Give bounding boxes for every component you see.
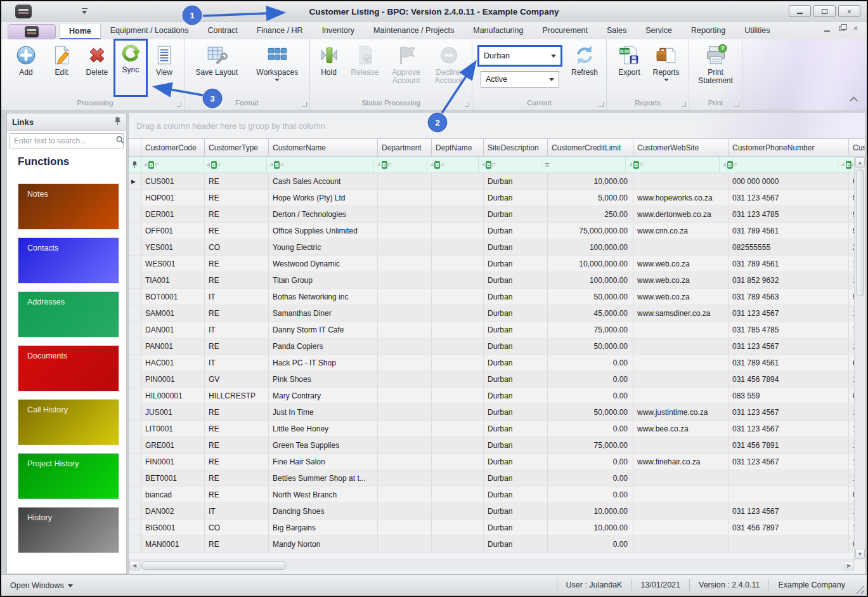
cell-site-description[interactable]: Durban (484, 223, 548, 239)
cell-department[interactable] (378, 239, 432, 256)
cell-customer-type[interactable]: RE (205, 256, 269, 272)
cell-department[interactable] (378, 338, 432, 355)
table-row[interactable]: SAM001 RE Samanthas Diner Durban 45,000.… (129, 305, 855, 322)
edit-button[interactable]: Edit (44, 41, 79, 95)
cell-website[interactable] (633, 503, 729, 520)
column-header[interactable]: Cust (849, 138, 865, 157)
close-button[interactable]: × (838, 5, 860, 17)
cell-department[interactable] (378, 487, 432, 503)
print-statement-button[interactable]: ? Print Statement (692, 41, 739, 95)
cell-customer-name[interactable]: Green Tea Supplies (269, 437, 378, 454)
cell-customer-type[interactable]: RE (205, 338, 269, 355)
cell-site-description[interactable]: Durban (484, 256, 548, 272)
vertical-scroll-thumb[interactable] (856, 169, 864, 296)
scroll-down-icon[interactable]: ▼ (855, 549, 865, 559)
cell-customer-name[interactable]: Danny Storm IT Cafe (269, 322, 378, 338)
cell-phone-number[interactable]: 031 123 4567 (729, 404, 849, 421)
cell-customer-name[interactable]: Panda Copiers (269, 338, 378, 355)
cell-customer-name[interactable]: Cash Sales Account (269, 173, 378, 190)
cell-credit-limit[interactable]: 10,000.00 (548, 173, 633, 190)
filter-cell[interactable] (541, 157, 626, 173)
application-menu-button[interactable] (8, 24, 56, 39)
cell-customer-type[interactable]: RE (205, 305, 269, 322)
cell-customer-type[interactable]: RE (205, 223, 269, 239)
cell-department[interactable] (378, 470, 432, 487)
cell-dept-name[interactable] (432, 305, 484, 322)
cell-department[interactable] (378, 190, 432, 206)
cell-customer-code[interactable]: HOP001 (141, 190, 205, 206)
cell-credit-limit[interactable]: 75,000,000.00 (548, 223, 633, 239)
cell-department[interactable] (378, 305, 432, 322)
cell-credit-limit[interactable]: 0.00 (548, 487, 633, 503)
cell-customer-code[interactable]: JUS001 (141, 404, 205, 421)
cell-phone-number[interactable]: 031 789 4561 (729, 355, 849, 371)
cell-dept-name[interactable] (432, 503, 484, 520)
cell-phone-number[interactable] (729, 487, 849, 503)
cell-customer-type[interactable]: RE (205, 470, 269, 487)
horizontal-scroll-thumb[interactable] (141, 561, 286, 570)
cell-website[interactable]: www.finehair.co.za (633, 454, 729, 470)
cell-website[interactable] (633, 536, 729, 553)
view-button[interactable]: View (147, 41, 181, 95)
ribbon-tab[interactable]: Procurement (533, 22, 597, 39)
cell-customer-type[interactable]: RE (205, 206, 269, 223)
cell-phone-number[interactable]: 031 456 7897 (729, 520, 849, 536)
cell-credit-limit[interactable]: 0.00 (548, 421, 633, 437)
filter-cell[interactable] (720, 157, 838, 173)
ribbon-tab[interactable]: Inventory (313, 22, 364, 39)
cell-dept-name[interactable] (432, 289, 484, 305)
maximize-button[interactable] (813, 5, 836, 17)
cell-website[interactable]: www.web.co.za (633, 289, 729, 305)
cell-phone-number[interactable] (729, 536, 849, 553)
cell-department[interactable] (378, 503, 432, 520)
table-row[interactable]: WES001 RE Westwood Dynamic Durban 10,000… (129, 256, 855, 272)
cell-customer-code[interactable]: DAN002 (141, 503, 205, 520)
cell-customer-code[interactable]: LIT0001 (141, 421, 205, 437)
column-header[interactable]: DeptName (432, 138, 484, 157)
ribbon-tab[interactable]: Reporting (682, 22, 735, 39)
column-header[interactable]: CustomerCreditLimit (548, 138, 633, 157)
group-by-panel[interactable]: Drag a column header here to group by th… (129, 113, 865, 138)
cell-dept-name[interactable] (432, 322, 484, 338)
cell-dept-name[interactable] (432, 272, 484, 289)
cell-department[interactable] (378, 371, 432, 388)
sidebar-search-input[interactable] (10, 136, 116, 145)
table-row[interactable]: DER001 RE Derton / Technologies Durban 2… (129, 206, 855, 223)
cell-dept-name[interactable] (432, 371, 484, 388)
cell-site-description[interactable]: Durban (484, 536, 548, 553)
cell-customer-type[interactable]: CO (205, 239, 269, 256)
cell-customer-code[interactable]: biancad (141, 487, 205, 503)
table-row[interactable]: YES001 CO Young Electric Durban 100,000.… (129, 239, 855, 256)
cell-site-description[interactable]: Durban (484, 421, 548, 437)
cell-site-description[interactable]: Durban (484, 454, 548, 470)
cell-customer-code[interactable]: MAN0001 (141, 536, 205, 553)
decline-account-button[interactable]: Decline Account (429, 41, 469, 95)
filter-cell[interactable] (479, 157, 542, 173)
scroll-right-icon[interactable]: ▶ (844, 561, 854, 570)
cell-customer-type[interactable]: RE (205, 190, 269, 206)
table-row[interactable]: DAN001 IT Danny Storm IT Cafe Durban 75,… (129, 322, 855, 338)
cell-credit-limit[interactable]: 0.00 (548, 388, 633, 404)
cell-department[interactable] (378, 520, 432, 536)
cell-customer-type[interactable]: IT (205, 503, 269, 520)
table-row[interactable]: BET0001 RE Betties Summer Shop at t... D… (129, 470, 855, 487)
column-header[interactable]: CustomerName (269, 138, 378, 157)
scroll-up-icon[interactable]: ▲ (855, 157, 865, 167)
dialog-launcher-icon[interactable] (682, 102, 686, 107)
filter-cell[interactable] (204, 157, 267, 173)
cell-website[interactable] (633, 322, 729, 338)
minimize-button[interactable] (789, 5, 811, 17)
table-row[interactable]: GRE001 RE Green Tea Supplies Durban 75,0… (129, 437, 855, 454)
delete-button[interactable]: Delete (80, 41, 114, 95)
cell-department[interactable] (378, 272, 432, 289)
function-tile[interactable]: Addresses (18, 291, 119, 338)
cell-site-description[interactable]: Durban (484, 289, 548, 305)
cell-customer-type[interactable]: RE (205, 454, 269, 470)
column-header[interactable]: SiteDescription (484, 138, 548, 157)
ribbon-tab[interactable]: Finance / HR (247, 22, 313, 39)
column-header[interactable]: CustomerCode (141, 138, 205, 157)
workspaces-button[interactable]: Workspaces (248, 41, 308, 95)
cell-credit-limit[interactable]: 100,000.00 (548, 239, 633, 256)
cell-site-description[interactable]: Durban (484, 503, 548, 520)
cell-site-description[interactable]: Durban (484, 272, 548, 289)
